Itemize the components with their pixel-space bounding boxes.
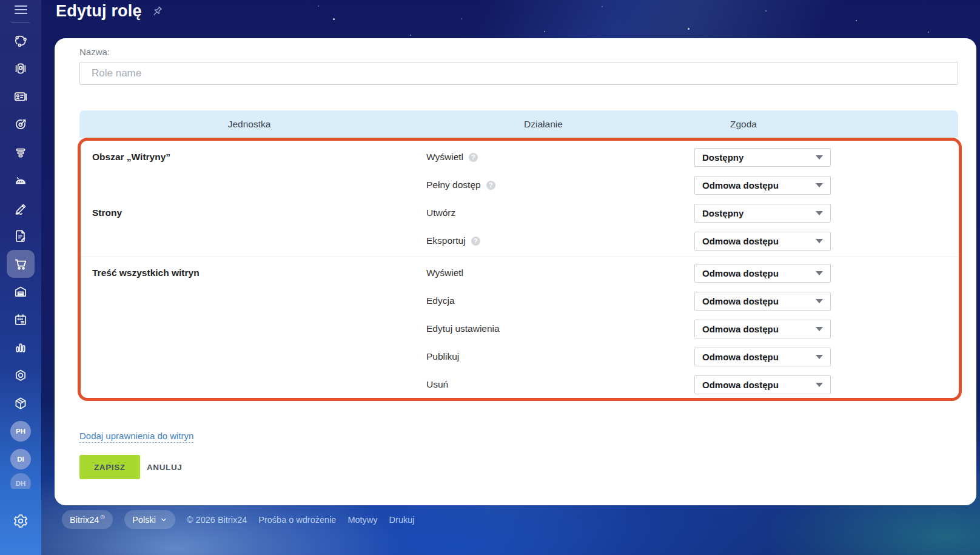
- name-label: Nazwa:: [79, 47, 110, 57]
- caret-down-icon: [816, 383, 823, 387]
- footer-link-implementation[interactable]: Prośba o wdrożenie: [258, 515, 336, 525]
- help-icon[interactable]: ?: [469, 153, 478, 162]
- bitrix24-brand-pill[interactable]: Bitrix24◷: [62, 510, 113, 529]
- permission-row: Wyświetl?Dostępny: [426, 143, 959, 171]
- sidebar-item-warehouse[interactable]: [7, 278, 35, 306]
- sidebar-item-marketing[interactable]: [7, 110, 35, 138]
- copyright-text: © 2026 Bitrix24: [187, 515, 247, 525]
- target-icon: [13, 116, 29, 132]
- avatar: PH: [10, 421, 31, 442]
- consent-dropdown[interactable]: Dostępny: [694, 204, 831, 223]
- add-site-permissions-link[interactable]: Dodaj uprawnienia do witryn: [79, 431, 193, 443]
- calendar-icon: [13, 312, 29, 328]
- sidebar: PH DI DH: [0, 0, 41, 555]
- sidebar-item-ai[interactable]: [7, 166, 35, 194]
- column-header-entity: Jednostka: [79, 119, 419, 130]
- consent-value: Odmowa dostępu: [702, 268, 779, 278]
- avatar: DI: [10, 449, 31, 469]
- consent-dropdown[interactable]: Odmowa dostępu: [694, 264, 831, 283]
- consent-dropdown[interactable]: Odmowa dostępu: [694, 320, 831, 338]
- sidebar-item-network[interactable]: [7, 27, 35, 55]
- consent-dropdown[interactable]: Odmowa dostępu: [694, 375, 831, 394]
- footer: Bitrix24◷ Polski © 2026 Bitrix24 Prośba …: [62, 510, 415, 529]
- footer-link-themes[interactable]: Motywy: [347, 515, 377, 525]
- menu-hamburger-icon[interactable]: [15, 5, 27, 16]
- consent-value: Dostępny: [702, 208, 743, 218]
- cancel-button[interactable]: ANULUJ: [147, 455, 182, 479]
- entity-label: Treść wszystkich witryn: [81, 259, 426, 399]
- sidebar-avatar-dh[interactable]: DH: [7, 473, 35, 489]
- brand-label: Bitrix24: [70, 515, 99, 525]
- network-icon: [13, 33, 29, 49]
- action-label: Utwórz: [426, 207, 455, 218]
- star-dot: [544, 31, 545, 32]
- sidebar-item-messenger[interactable]: [7, 55, 35, 82]
- caret-down-icon: [816, 155, 823, 160]
- save-button[interactable]: ZAPISZ: [79, 455, 140, 479]
- robot-icon: [13, 172, 29, 188]
- column-header-action: Działanie: [419, 119, 668, 130]
- signature-pen-icon: [13, 200, 29, 216]
- consent-value: Odmowa dostępu: [702, 324, 779, 334]
- action-label: Edytuj ustawienia: [426, 323, 500, 334]
- consent-dropdown[interactable]: Odmowa dostępu: [694, 176, 831, 195]
- help-icon[interactable]: ?: [471, 237, 480, 246]
- sidebar-avatar-di[interactable]: DI: [7, 445, 35, 473]
- avatar: DH: [10, 473, 31, 489]
- permission-row: Pełny dostęp?Odmowa dostępu: [426, 171, 959, 199]
- entity-label: Strony: [81, 199, 426, 255]
- sidebar-item-sign[interactable]: [7, 194, 35, 222]
- action-label: Eksportuj: [426, 235, 466, 246]
- sidebar-item-automation[interactable]: [7, 362, 35, 389]
- sidebar-item-settings[interactable]: [7, 507, 35, 535]
- cube-icon: [13, 395, 29, 411]
- caret-down-icon: [816, 299, 823, 303]
- help-icon[interactable]: ?: [486, 181, 495, 190]
- sidebar-avatar-ph[interactable]: PH: [7, 417, 35, 445]
- warehouse-icon: [13, 284, 29, 300]
- hexagon-icon: [13, 368, 29, 383]
- sidebar-item-sites-shop[interactable]: [7, 250, 35, 278]
- language-label: Polski: [132, 515, 156, 525]
- consent-dropdown[interactable]: Odmowa dostępu: [694, 232, 831, 251]
- consent-value: Odmowa dostępu: [702, 296, 779, 306]
- column-header-consent: Zgoda: [668, 119, 819, 130]
- star-dot: [333, 18, 335, 20]
- consent-value: Odmowa dostępu: [702, 352, 779, 362]
- sidebar-item-catalog[interactable]: [7, 389, 35, 417]
- caret-down-icon: [816, 327, 823, 331]
- consent-value: Dostępny: [702, 152, 743, 163]
- sidebar-item-analytics[interactable]: [7, 334, 35, 362]
- sidebar-item-calendar[interactable]: [7, 306, 35, 334]
- sidebar-item-sales[interactable]: [7, 138, 35, 166]
- permissions-body-highlight-border: Obszar „Witryny”Wyświetl?DostępnyPełny d…: [78, 138, 962, 401]
- consent-dropdown[interactable]: Dostępny: [694, 148, 831, 167]
- bar-chart-icon: [13, 340, 29, 355]
- page-title: Edytuj rolę: [56, 2, 142, 21]
- sidebar-item-documents[interactable]: [7, 222, 35, 250]
- permission-group: Treść wszystkich witrynWyświetlOdmowa do…: [81, 257, 959, 399]
- contact-card-icon: [13, 89, 29, 104]
- permission-group: Obszar „Witryny”Wyświetl?DostępnyPełny d…: [81, 143, 959, 199]
- role-name-input[interactable]: [79, 62, 958, 85]
- caret-down-icon: [816, 183, 823, 187]
- edit-role-card: Nazwa: Jednostka Działanie Zgoda Obszar …: [55, 38, 976, 505]
- consent-dropdown[interactable]: Odmowa dostępu: [694, 292, 831, 311]
- gear-icon: [13, 513, 29, 529]
- permission-row: Eksportuj?Odmowa dostępu: [426, 227, 959, 255]
- sidebar-item-crm[interactable]: [7, 82, 35, 110]
- star-dot: [410, 35, 411, 36]
- permission-group: StronyUtwórzDostępnyEksportuj?Odmowa dos…: [81, 199, 959, 255]
- entity-label: Obszar „Witryny”: [81, 143, 426, 199]
- permission-row: UsuńOdmowa dostępu: [426, 371, 959, 399]
- footer-link-print[interactable]: Drukuj: [389, 515, 415, 525]
- action-label: Edycja: [426, 295, 455, 306]
- consent-value: Odmowa dostępu: [702, 180, 779, 190]
- star-dot: [856, 20, 857, 21]
- action-label: Publikuj: [426, 351, 459, 362]
- pin-icon[interactable]: [150, 5, 164, 21]
- sidebar-divider: [12, 22, 30, 23]
- consent-dropdown[interactable]: Odmowa dostępu: [694, 348, 831, 366]
- language-selector[interactable]: Polski: [124, 510, 175, 529]
- permissions-table-header: Jednostka Działanie Zgoda: [79, 110, 958, 138]
